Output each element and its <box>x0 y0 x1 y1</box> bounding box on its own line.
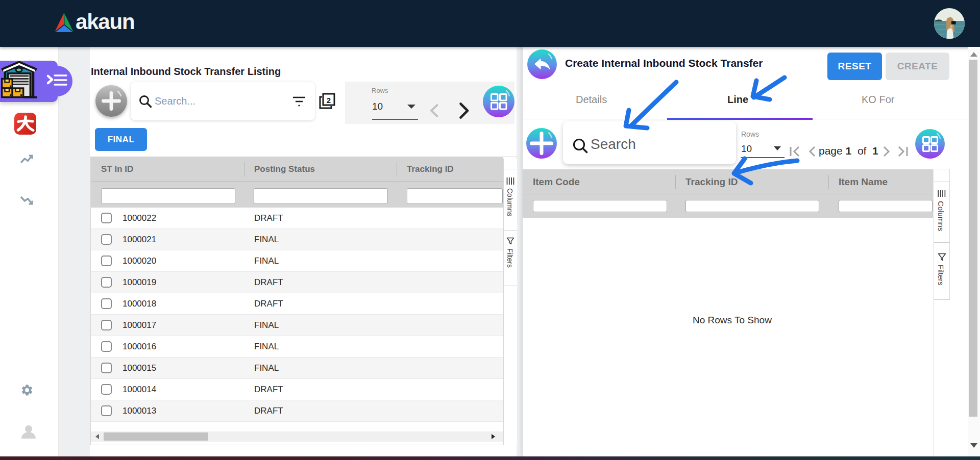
svg-text:2: 2 <box>327 96 331 105</box>
